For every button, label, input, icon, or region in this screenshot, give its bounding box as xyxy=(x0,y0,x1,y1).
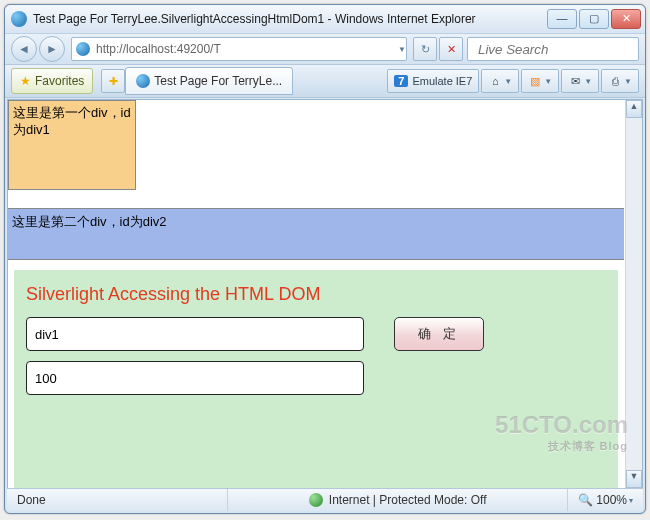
command-bar: 7 Emulate IE7 ⌂▼ ▧▼ ✉▼ ⎙▼ xyxy=(385,69,639,93)
favorites-button[interactable]: ★ Favorites xyxy=(11,68,93,94)
div2-box: 这里是第二个div，id为div2 xyxy=(8,208,624,260)
add-favorite-button[interactable]: ✚ xyxy=(101,69,125,93)
refresh-button[interactable]: ↻ xyxy=(413,37,437,61)
print-button[interactable]: ⎙▼ xyxy=(601,69,639,93)
titlebar: Test Page For TerryLee.SilverlightAccess… xyxy=(5,5,645,34)
ie-icon xyxy=(11,11,27,27)
page-viewport: ▲ ▼ 这里是第一个div，id为div1 这里是第二个div，id为div2 … xyxy=(7,99,643,489)
print-icon: ⎙ xyxy=(608,75,622,87)
nav-bar: ◄ ► ▼ ↻ ✕ ▼ xyxy=(5,34,645,65)
address-bar[interactable]: ▼ xyxy=(71,37,407,61)
emulate-label: Emulate IE7 xyxy=(412,75,472,87)
home-button[interactable]: ⌂▼ xyxy=(481,69,519,93)
silverlight-panel: Silverlight Accessing the HTML DOM 确 定 xyxy=(14,270,618,489)
emulate-button[interactable]: 7 Emulate IE7 xyxy=(387,69,479,93)
active-tab[interactable]: Test Page For TerryLe... xyxy=(125,67,293,95)
home-icon: ⌂ xyxy=(488,75,502,87)
feeds-button[interactable]: ▧▼ xyxy=(521,69,559,93)
status-text: Done xyxy=(17,493,46,507)
address-dropdown-icon[interactable]: ▼ xyxy=(398,45,406,54)
favorites-label: Favorites xyxy=(35,74,84,88)
zoom-level: 100% xyxy=(596,493,627,507)
address-input[interactable] xyxy=(94,41,396,57)
div1-box: 这里是第一个div，id为div1 xyxy=(8,100,136,190)
chevron-down-icon: ▾ xyxy=(629,496,633,505)
tab-icon xyxy=(136,74,150,88)
chevron-down-icon: ▼ xyxy=(544,77,552,86)
div1-text: 这里是第一个div，id为div1 xyxy=(13,105,131,137)
page-icon xyxy=(76,42,90,56)
close-button[interactable]: ✕ xyxy=(611,9,641,29)
chevron-down-icon: ▼ xyxy=(504,77,512,86)
globe-icon xyxy=(309,493,323,507)
minimize-button[interactable]: — xyxy=(547,9,577,29)
watermark-sub: 技术博客 Blog xyxy=(495,439,628,454)
scroll-down-button[interactable]: ▼ xyxy=(626,470,642,488)
watermark-main: 51CTO.com xyxy=(495,411,628,438)
zoom-control[interactable]: 🔍 100% ▾ xyxy=(568,493,643,507)
browser-window: Test Page For TerryLee.SilverlightAccess… xyxy=(4,4,646,514)
target-id-input[interactable] xyxy=(26,317,364,351)
silverlight-title: Silverlight Accessing the HTML DOM xyxy=(26,284,606,305)
confirm-button[interactable]: 确 定 xyxy=(394,317,484,351)
chevron-down-icon: ▼ xyxy=(624,77,632,86)
back-button[interactable]: ◄ xyxy=(11,36,37,62)
tabs-bar: ★ Favorites ✚ Test Page For TerryLe... 7… xyxy=(5,65,645,98)
status-bar: Done Internet | Protected Mode: Off 🔍 10… xyxy=(7,488,643,511)
value-input[interactable] xyxy=(26,361,364,395)
stop-button[interactable]: ✕ xyxy=(439,37,463,61)
forward-button[interactable]: ► xyxy=(39,36,65,62)
div2-text: 这里是第二个div，id为div2 xyxy=(12,214,167,229)
security-zone: Internet | Protected Mode: Off xyxy=(329,493,487,507)
tab-label: Test Page For TerryLe... xyxy=(154,74,282,88)
chevron-down-icon: ▼ xyxy=(584,77,592,86)
mail-icon: ✉ xyxy=(568,75,582,88)
watermark: 51CTO.com 技术博客 Blog xyxy=(495,411,628,454)
maximize-button[interactable]: ▢ xyxy=(579,9,609,29)
search-bar[interactable]: ▼ xyxy=(467,37,639,61)
window-title: Test Page For TerryLee.SilverlightAccess… xyxy=(33,12,545,26)
search-input[interactable] xyxy=(476,41,650,58)
rss-icon: ▧ xyxy=(528,75,542,88)
zoom-icon: 🔍 xyxy=(578,493,592,507)
scroll-up-button[interactable]: ▲ xyxy=(626,100,642,118)
star-icon: ★ xyxy=(20,74,31,88)
mail-button[interactable]: ✉▼ xyxy=(561,69,599,93)
